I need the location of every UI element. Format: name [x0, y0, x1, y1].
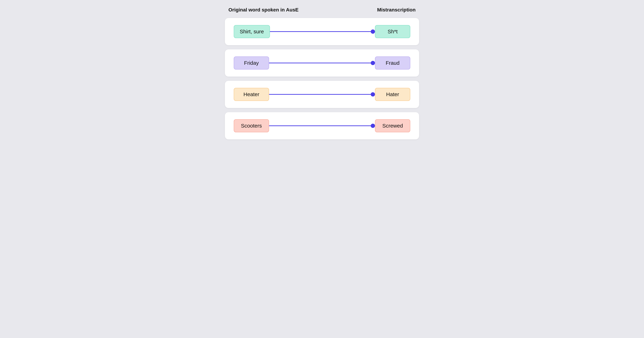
original-word-1: Shirt, sure — [234, 25, 270, 38]
line-3 — [269, 94, 371, 95]
original-word-2: Friday — [234, 56, 269, 69]
word-pair-card-1: Shirt, sureSh*t — [225, 18, 419, 45]
header-row: Original word spoken in AusE Mistranscri… — [225, 7, 419, 13]
word-pair-card-3: HeaterHater — [225, 81, 419, 108]
line-4 — [269, 125, 371, 126]
header-left-label: Original word spoken in AusE — [228, 7, 298, 13]
header-right-label: Mistranscription — [377, 7, 416, 13]
line-2 — [269, 63, 371, 63]
mistranscription-word-1: Sh*t — [375, 25, 410, 38]
original-word-4: Scooters — [234, 119, 269, 132]
cards-container: Shirt, sureSh*tFridayFraudHeaterHaterSco… — [225, 18, 419, 139]
dot-4 — [371, 124, 375, 128]
connector-line-4 — [269, 124, 375, 128]
word-pair-card-4: ScootersScrewed — [225, 112, 419, 139]
dot-3 — [371, 92, 375, 96]
dot-1 — [371, 29, 375, 34]
dot-2 — [371, 61, 375, 65]
connector-line-1 — [270, 29, 375, 34]
mistranscription-word-3: Hater — [375, 88, 410, 101]
original-word-3: Heater — [234, 88, 269, 101]
line-1 — [270, 31, 371, 32]
word-pair-card-2: FridayFraud — [225, 49, 419, 76]
connector-line-3 — [269, 92, 375, 96]
page-container: Original word spoken in AusE Mistranscri… — [225, 7, 419, 144]
mistranscription-word-4: Screwed — [375, 119, 410, 132]
connector-line-2 — [269, 61, 375, 65]
mistranscription-word-2: Fraud — [375, 56, 410, 69]
